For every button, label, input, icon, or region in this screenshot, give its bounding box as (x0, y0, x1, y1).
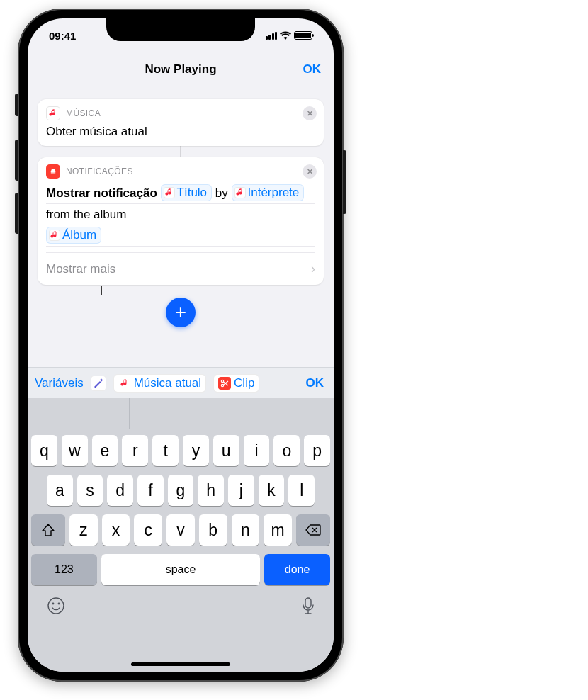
prediction-slot[interactable] (130, 398, 232, 429)
keyboard-row-2: a s d f g h j k l (31, 475, 330, 506)
chip-label: Clip (234, 376, 254, 390)
key-p[interactable]: p (304, 435, 330, 466)
music-note-icon (118, 377, 131, 390)
backspace-key[interactable] (296, 514, 330, 546)
key-b[interactable]: b (199, 514, 227, 546)
variable-token-artist[interactable]: Intérprete (232, 184, 305, 201)
screen: 09:41 Now Playing OK MÚSICA (28, 18, 334, 672)
home-indicator[interactable] (131, 662, 230, 666)
notification-body[interactable]: Mostrar notificação Título by Intérprete… (46, 183, 315, 247)
key-j[interactable]: j (228, 475, 254, 506)
suggestion-ok-button[interactable]: OK (306, 376, 327, 390)
svg-point-7 (58, 603, 60, 605)
key-r[interactable]: r (122, 435, 148, 466)
notifications-app-icon (46, 164, 60, 179)
text-by: by (215, 186, 228, 200)
music-app-icon (46, 106, 60, 120)
music-note-icon (164, 187, 175, 198)
keyboard-footer (31, 592, 330, 619)
prediction-slot[interactable] (232, 398, 334, 429)
cellular-signal-icon (266, 32, 278, 40)
key-k[interactable]: k (259, 475, 285, 506)
key-u[interactable]: u (213, 435, 239, 466)
show-more-label: Mostrar mais (46, 262, 115, 276)
key-v[interactable]: v (166, 514, 195, 546)
key-e[interactable]: e (92, 435, 118, 466)
music-note-icon (234, 187, 246, 198)
key-y[interactable]: y (183, 435, 209, 466)
key-z[interactable]: z (69, 514, 98, 546)
close-icon[interactable]: ✕ (303, 164, 317, 179)
variables-button[interactable]: Variáveis (35, 376, 84, 390)
key-x[interactable]: x (102, 514, 130, 546)
music-note-icon (49, 230, 60, 241)
shift-key[interactable] (31, 514, 65, 546)
svg-rect-8 (305, 598, 311, 608)
close-icon[interactable]: ✕ (303, 106, 317, 120)
key-o[interactable]: o (273, 435, 300, 466)
card-app-label: MÚSICA (66, 108, 101, 118)
ok-button[interactable]: OK (303, 62, 322, 77)
navigation-bar: Now Playing OK (28, 52, 334, 86)
svg-rect-1 (51, 169, 55, 172)
action-card-music[interactable]: MÚSICA ✕ Obter música atual (38, 99, 324, 146)
keyboard-row-3: z x c v b n m (31, 514, 330, 546)
key-m[interactable]: m (264, 514, 292, 546)
done-key[interactable]: done (264, 554, 330, 585)
volume-up-button (15, 140, 18, 181)
card-app-label: NOTIFICAÇÕES (66, 166, 133, 176)
side-button (343, 150, 346, 214)
add-action-button[interactable]: + (166, 298, 196, 327)
clipboard-chip[interactable]: Clip (213, 374, 259, 393)
chip-label: Música atual (134, 376, 201, 390)
prediction-slot[interactable] (28, 398, 130, 429)
key-d[interactable]: d (107, 475, 133, 506)
page-title: Now Playing (145, 62, 216, 77)
key-i[interactable]: i (244, 435, 270, 466)
show-more-row[interactable]: Mostrar mais › (46, 252, 315, 276)
text-from: from the album (46, 208, 126, 221)
emoji-icon[interactable] (47, 597, 65, 619)
variable-token-title[interactable]: Título (161, 184, 213, 201)
notch (106, 18, 255, 41)
key-g[interactable]: g (168, 475, 194, 506)
action-title: Obter música atual (46, 125, 315, 139)
keyboard-row-1: q w e r t y u i o p (31, 435, 330, 466)
volume-down-button (15, 193, 18, 234)
svg-point-3 (221, 380, 223, 382)
keyboard: q w e r t y u i o p a s d f g h j k l (28, 429, 334, 672)
key-w[interactable]: w (62, 435, 88, 466)
action-card-notification[interactable]: NOTIFICAÇÕES ✕ Mostrar notificação Títul… (38, 157, 324, 285)
status-time: 09:41 (49, 30, 76, 42)
chevron-right-icon: › (311, 261, 315, 276)
svg-rect-2 (51, 174, 56, 174)
connector-line (180, 146, 181, 157)
svg-point-6 (52, 603, 55, 605)
battery-icon (294, 31, 312, 40)
status-right (266, 31, 313, 40)
key-s[interactable]: s (77, 475, 103, 506)
predictive-bar (28, 398, 334, 429)
key-t[interactable]: t (152, 435, 179, 466)
space-key[interactable]: space (101, 554, 260, 585)
callout-line (101, 286, 378, 295)
token-label: Álbum (62, 227, 96, 243)
token-label: Título (177, 185, 208, 201)
key-n[interactable]: n (232, 514, 260, 546)
variable-token-album[interactable]: Álbum (46, 227, 101, 244)
switch-silent (15, 94, 18, 116)
current-music-chip[interactable]: Música atual (113, 374, 206, 393)
wifi-icon (280, 31, 291, 40)
token-label: Intérprete (248, 185, 300, 201)
magic-variable-icon[interactable] (91, 376, 106, 391)
numbers-key[interactable]: 123 (31, 554, 97, 585)
dictation-icon[interactable] (302, 597, 315, 619)
key-a[interactable]: a (47, 475, 73, 506)
key-q[interactable]: q (31, 435, 57, 466)
device-frame: 09:41 Now Playing OK MÚSICA (18, 9, 344, 682)
svg-point-5 (48, 598, 64, 614)
key-c[interactable]: c (134, 514, 162, 546)
key-f[interactable]: f (137, 475, 164, 506)
key-h[interactable]: h (198, 475, 224, 506)
key-l[interactable]: l (288, 475, 315, 506)
